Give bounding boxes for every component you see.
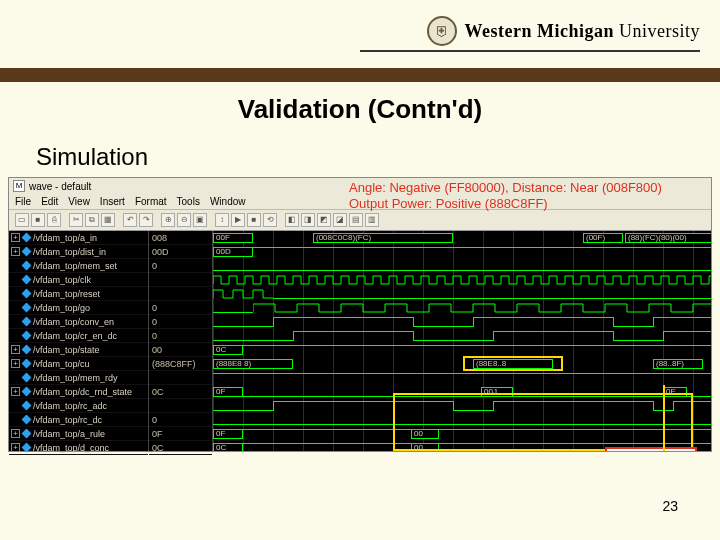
highlight-box: [463, 356, 563, 371]
tool-stop-icon[interactable]: ■: [247, 213, 261, 227]
signal-diamond-icon: [22, 415, 32, 425]
signal-diamond-icon: [22, 247, 32, 257]
menu-format[interactable]: Format: [135, 196, 167, 207]
signal-row[interactable]: /vfdam_top/clk: [9, 273, 148, 287]
signal-row[interactable]: /vfdam_top/cr_en_dc: [9, 329, 148, 343]
signal-row[interactable]: /vfdam_top/rc_dc: [9, 413, 148, 427]
tool-misc5-icon[interactable]: ▤: [349, 213, 363, 227]
signal-name: /vfdam_top/a_in: [33, 233, 97, 243]
expand-icon[interactable]: +: [11, 233, 20, 242]
toolbar: ▭ ■ ⎙ ✂ ⧉ ▦ ↶ ↷ ⊕ ⊖ ▣ ↕ ▶ ■ ⟲ ◧ ◨ ◩ ◪ ▤ …: [9, 210, 711, 231]
simulator-window: M wave - default File Edit View Insert F…: [8, 177, 712, 452]
expand-icon[interactable]: +: [11, 443, 20, 452]
menu-tools[interactable]: Tools: [177, 196, 200, 207]
tool-run-icon[interactable]: ▶: [231, 213, 245, 227]
signal-diamond-icon: [22, 387, 32, 397]
university-name: Western Michigan University: [465, 21, 701, 42]
signal-row[interactable]: /vfdam_top/go: [9, 301, 148, 315]
menu-edit[interactable]: Edit: [41, 196, 58, 207]
signal-name: /vfdam_top/rc_dc: [33, 415, 102, 425]
menu-file[interactable]: File: [15, 196, 31, 207]
signal-value: [149, 399, 212, 413]
signal-value: 00D: [149, 245, 212, 259]
signal-diamond-icon: [22, 317, 32, 327]
signal-value: 0C: [149, 385, 212, 399]
tool-undo-icon[interactable]: ↶: [123, 213, 137, 227]
signal-diamond-icon: [22, 443, 32, 453]
tool-cursor-icon[interactable]: ↕: [215, 213, 229, 227]
signal-value: [149, 371, 212, 385]
tool-misc2-icon[interactable]: ◨: [301, 213, 315, 227]
tool-zoomout-icon[interactable]: ⊖: [177, 213, 191, 227]
waveform-panel[interactable]: 00F(008C0C8)(FC)(00F)(88)(FC)(80)(00)00D…: [213, 231, 711, 451]
signal-value: 00: [149, 343, 212, 357]
expand-icon[interactable]: +: [11, 247, 20, 256]
signal-value: (888C8FF): [149, 357, 212, 371]
signal-name: /vfdam_top/dist_in: [33, 247, 106, 257]
signal-row[interactable]: +/vfdam_top/dc_rnd_state: [9, 385, 148, 399]
signal-value: 0: [149, 413, 212, 427]
tool-open-icon[interactable]: ▭: [15, 213, 29, 227]
signal-name: /vfdam_top/mem_set: [33, 261, 117, 271]
signal-value: 0C: [149, 441, 212, 455]
signal-name: /vfdam_top/reset: [33, 289, 100, 299]
signal-row[interactable]: /vfdam_top/mem_set: [9, 259, 148, 273]
signal-diamond-icon: [22, 233, 32, 243]
signal-diamond-icon: [22, 331, 32, 341]
menu-insert[interactable]: Insert: [100, 196, 125, 207]
signal-name: /vfdam_top/go: [33, 303, 90, 313]
page-title: Validation (Contn'd): [0, 94, 720, 125]
menu-window[interactable]: Window: [210, 196, 246, 207]
expand-icon[interactable]: +: [11, 345, 20, 354]
tool-save-icon[interactable]: ■: [31, 213, 45, 227]
signal-value: 0F: [149, 427, 212, 441]
signal-diamond-icon: [22, 429, 32, 439]
section-heading: Simulation: [36, 143, 720, 171]
signal-value: 0: [149, 259, 212, 273]
signal-name: /vfdam_top/state: [33, 345, 100, 355]
signal-row[interactable]: /vfdam_top/conv_en: [9, 315, 148, 329]
signal-row[interactable]: /vfdam_top/reset: [9, 287, 148, 301]
signal-row[interactable]: /vfdam_top/mem_rdy: [9, 371, 148, 385]
tool-print-icon[interactable]: ⎙: [47, 213, 61, 227]
signal-names-panel: +/vfdam_top/a_in+/vfdam_top/dist_in/vfda…: [9, 231, 149, 451]
tool-misc6-icon[interactable]: ▥: [365, 213, 379, 227]
tool-misc1-icon[interactable]: ◧: [285, 213, 299, 227]
signal-row[interactable]: +/vfdam_top/a_rule: [9, 427, 148, 441]
signal-value: [149, 287, 212, 301]
signal-diamond-icon: [22, 359, 32, 369]
tool-cut-icon[interactable]: ✂: [69, 213, 83, 227]
signal-diamond-icon: [22, 289, 32, 299]
annotation-output-power: Output Power: Positive (888C8FF): [349, 196, 548, 211]
signal-row[interactable]: +/vfdam_top/a_in: [9, 231, 148, 245]
signal-diamond-icon: [22, 303, 32, 313]
signal-row[interactable]: /vfdam_top/rc_adc: [9, 399, 148, 413]
tool-zoom-icon[interactable]: ⊕: [161, 213, 175, 227]
signal-name: /vfdam_top/cr_en_dc: [33, 331, 117, 341]
expand-icon[interactable]: +: [11, 387, 20, 396]
tool-copy-icon[interactable]: ⧉: [85, 213, 99, 227]
signal-row[interactable]: +/vfdam_top/d_conc: [9, 441, 148, 455]
tool-redo-icon[interactable]: ↷: [139, 213, 153, 227]
tool-misc4-icon[interactable]: ◪: [333, 213, 347, 227]
signal-name: /vfdam_top/conv_en: [33, 317, 114, 327]
university-seal-icon: ⛨: [427, 16, 457, 46]
page-number: 23: [662, 498, 678, 514]
expand-icon[interactable]: +: [11, 429, 20, 438]
expand-icon[interactable]: +: [11, 359, 20, 368]
signal-row[interactable]: +/vfdam_top/state: [9, 343, 148, 357]
tool-restart-icon[interactable]: ⟲: [263, 213, 277, 227]
signal-name: /vfdam_top/dc_rnd_state: [33, 387, 132, 397]
signal-value: [149, 273, 212, 287]
decor-bar: [0, 68, 720, 82]
signal-row[interactable]: +/vfdam_top/dist_in: [9, 245, 148, 259]
menu-view[interactable]: View: [68, 196, 90, 207]
signal-diamond-icon: [22, 275, 32, 285]
tool-fit-icon[interactable]: ▣: [193, 213, 207, 227]
signal-diamond-icon: [22, 345, 32, 355]
signal-row[interactable]: +/vfdam_top/cu: [9, 357, 148, 371]
tool-misc3-icon[interactable]: ◩: [317, 213, 331, 227]
app-icon: M: [13, 180, 25, 192]
tool-paste-icon[interactable]: ▦: [101, 213, 115, 227]
signal-diamond-icon: [22, 401, 32, 411]
